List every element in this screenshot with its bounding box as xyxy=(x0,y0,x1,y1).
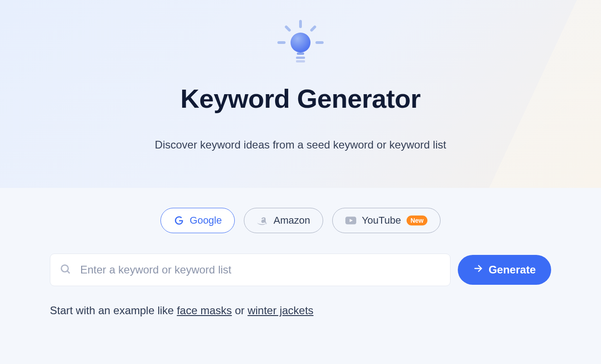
example-link-winter-jackets[interactable]: winter jackets xyxy=(247,304,313,316)
lightbulb-icon xyxy=(276,18,325,72)
generate-button-label: Generate xyxy=(489,263,536,276)
search-box xyxy=(50,254,451,286)
new-badge: New xyxy=(407,216,428,225)
tab-amazon[interactable]: Amazon xyxy=(244,208,323,233)
search-row: Generate xyxy=(0,254,601,286)
keyword-input[interactable] xyxy=(80,254,441,286)
tab-youtube[interactable]: YouTube New xyxy=(332,208,441,233)
example-sep: or xyxy=(232,304,248,316)
svg-point-1 xyxy=(61,265,68,272)
tab-youtube-label: YouTube xyxy=(362,215,401,226)
youtube-icon xyxy=(345,215,356,226)
example-link-face-masks[interactable]: face masks xyxy=(177,304,232,316)
tab-google-label: Google xyxy=(190,215,222,226)
generate-button[interactable]: Generate xyxy=(458,255,551,285)
example-prefix: Start with an example like xyxy=(50,304,177,316)
hero-section: Keyword Generator Discover keyword ideas… xyxy=(0,0,601,188)
page-title: Keyword Generator xyxy=(0,83,601,114)
arrow-right-icon xyxy=(473,263,483,276)
content-section: Google Amazon YouTube New xyxy=(0,188,601,317)
google-icon xyxy=(174,215,184,226)
tab-google[interactable]: Google xyxy=(160,208,235,233)
example-text: Start with an example like face masks or… xyxy=(0,304,601,317)
search-icon xyxy=(59,263,71,277)
tab-amazon-label: Amazon xyxy=(273,215,310,226)
page-subtitle: Discover keyword ideas from a seed keywo… xyxy=(0,139,601,151)
amazon-icon xyxy=(257,215,268,226)
source-tabs: Google Amazon YouTube New xyxy=(0,208,601,233)
svg-line-2 xyxy=(68,271,70,273)
